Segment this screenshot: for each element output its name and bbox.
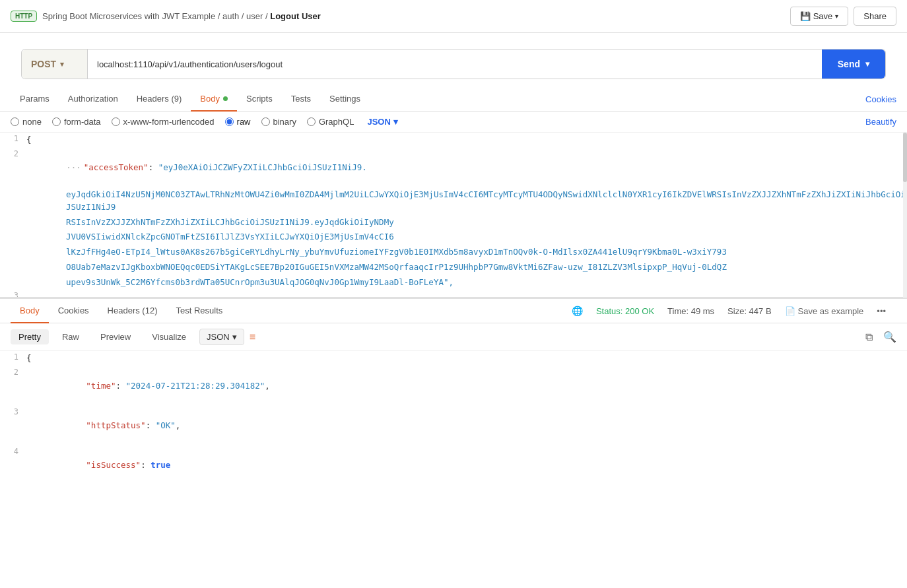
method-chevron-icon: ▾ xyxy=(60,60,64,69)
send-chevron-icon: ▾ xyxy=(865,59,869,69)
request-line-2e: lKzJfFHg4eO-ETpI4_lWtus0AK8s267b5giCeRYL… xyxy=(0,245,907,260)
method-select[interactable]: POST ▾ xyxy=(22,49,88,79)
request-line-2d: JVU0VSIiwidXNlckZpcGNOTmFtZSI6IlJlZ3VsYX… xyxy=(0,230,907,245)
tab-scripts[interactable]: Scripts xyxy=(237,87,282,112)
request-line-2: 2 ···"accessToken": "eyJ0eXAiOiJCZWFyZXI… xyxy=(0,148,907,187)
send-label: Send xyxy=(838,59,860,69)
response-line-2: 2 "time": "2024-07-21T21:28:29.304182", xyxy=(0,366,907,406)
tab-headers[interactable]: Headers (9) xyxy=(127,87,191,112)
format-bar: Pretty Raw Preview Visualize JSON ▾ ≡ ⧉ … xyxy=(0,323,907,351)
url-bar: POST ▾ Send ▾ xyxy=(21,49,886,79)
save-example-label: Save as example xyxy=(798,306,864,316)
response-tab-test-results[interactable]: Test Results xyxy=(166,299,232,323)
send-button[interactable]: Send ▾ xyxy=(822,49,885,79)
http-badge: HTTP xyxy=(11,11,37,22)
response-tab-headers[interactable]: Headers (12) xyxy=(98,299,167,323)
save-icon: 💾 xyxy=(800,11,811,21)
save-chevron-icon: ▾ xyxy=(835,13,838,20)
copy-icon[interactable]: ⧉ xyxy=(865,331,873,343)
response-format-select[interactable]: JSON ▾ xyxy=(199,329,244,345)
share-button[interactable]: Share xyxy=(854,7,896,26)
globe-icon: 🌐 xyxy=(572,306,583,316)
breadcrumb-path: Spring Boot Microservices with JWT Examp… xyxy=(42,11,268,21)
json-format-select[interactable]: JSON ▾ xyxy=(367,117,397,127)
breadcrumb: Spring Boot Microservices with JWT Examp… xyxy=(42,11,321,21)
response-tab-cookies[interactable]: Cookies xyxy=(49,299,98,323)
cookies-button[interactable]: Cookies xyxy=(865,94,896,104)
option-graphql[interactable]: GraphQL xyxy=(307,117,354,127)
wrap-icon[interactable]: ≡ xyxy=(250,331,255,343)
top-bar: HTTP Spring Boot Microservices with JWT … xyxy=(0,0,907,33)
request-line-3: 3 ···"refreshToken": "eyJ0eXAiOiJCZWFyZX… xyxy=(0,290,907,298)
response-line-1: 1 { xyxy=(0,351,907,366)
json-format-label: JSON xyxy=(367,117,390,127)
method-label: POST xyxy=(31,59,56,69)
url-input[interactable] xyxy=(88,49,822,79)
tab-body[interactable]: Body xyxy=(191,87,237,112)
option-form-data[interactable]: form-data xyxy=(52,117,101,127)
format-tab-visualize[interactable]: Visualize xyxy=(144,329,194,344)
response-size: Size: 447 B xyxy=(727,306,772,316)
response-format-chevron-icon: ▾ xyxy=(232,332,237,342)
request-line-2c: RSIsInVzZXJJZXhNTmFzZXhJiZXIiLCJhbGciOiJ… xyxy=(0,215,907,230)
top-bar-right: 💾 Save ▾ Share xyxy=(790,7,896,26)
http-icon: HTTP xyxy=(15,13,32,20)
save-button[interactable]: 💾 Save ▾ xyxy=(790,7,849,26)
response-line-3: 3 "httpStatus": "OK", xyxy=(0,406,907,445)
response-status-bar: 🌐 Status: 200 OK Time: 49 ms Size: 447 B… xyxy=(443,306,896,316)
more-options-icon[interactable]: ••• xyxy=(877,306,886,316)
format-tab-pretty[interactable]: Pretty xyxy=(11,329,49,344)
tab-authorization[interactable]: Authorization xyxy=(59,87,127,112)
tab-tests[interactable]: Tests xyxy=(282,87,320,112)
option-binary[interactable]: binary xyxy=(261,117,296,127)
page-title: Logout User xyxy=(270,11,321,21)
format-tab-raw[interactable]: Raw xyxy=(54,329,87,344)
request-line-1: 1 { xyxy=(0,133,907,148)
option-urlencoded[interactable]: x-www-form-urlencoded xyxy=(112,117,215,127)
search-icon[interactable]: 🔍 xyxy=(883,331,896,343)
request-tabs: Params Authorization Headers (9) Body Sc… xyxy=(0,87,907,112)
response-tabs: Body Cookies Headers (12) Test Results xyxy=(11,299,443,323)
option-none[interactable]: none xyxy=(11,117,42,127)
save-example-icon: 📄 xyxy=(785,306,795,316)
body-options: none form-data x-www-form-urlencoded raw… xyxy=(0,112,907,133)
option-raw[interactable]: raw xyxy=(225,117,251,127)
request-body-editor: 1 { 2 ···"accessToken": "eyJ0eXAiOiJCZWF… xyxy=(0,133,907,298)
format-tab-preview[interactable]: Preview xyxy=(92,329,139,344)
response-tab-body[interactable]: Body xyxy=(11,299,49,323)
save-example-button[interactable]: 📄 Save as example xyxy=(785,306,864,316)
request-line-2g: upev9s3UnWk_5C2M6Yfcms0b3rdWTa05UCnrOpm3… xyxy=(0,275,907,290)
response-body-editor: 1 { 2 "time": "2024-07-21T21:28:29.30418… xyxy=(0,351,907,483)
request-line-2b: eyJqdGkiOiI4NzU5NjM0NC03ZTAwLTRhNzMtOWU4… xyxy=(0,187,907,215)
tab-settings[interactable]: Settings xyxy=(320,87,370,112)
request-line-2f: O8Uab7eMazvIJgKboxbWNOEQqc0EDSiYTAKgLcSE… xyxy=(0,260,907,275)
json-chevron-icon: ▾ xyxy=(393,117,398,127)
request-scrollbar[interactable] xyxy=(903,133,907,298)
body-dot-indicator xyxy=(223,96,228,101)
response-format-label: JSON xyxy=(207,332,230,342)
beautify-button[interactable]: Beautify xyxy=(865,117,896,127)
response-line-4: 4 "isSuccess": true xyxy=(0,445,907,483)
tab-params[interactable]: Params xyxy=(11,87,59,112)
top-bar-left: HTTP Spring Boot Microservices with JWT … xyxy=(11,11,321,22)
request-scrollbar-thumb xyxy=(903,133,907,182)
status-badge: Status: 200 OK xyxy=(596,306,654,316)
save-label: Save xyxy=(813,11,833,21)
response-time: Time: 49 ms xyxy=(667,306,714,316)
